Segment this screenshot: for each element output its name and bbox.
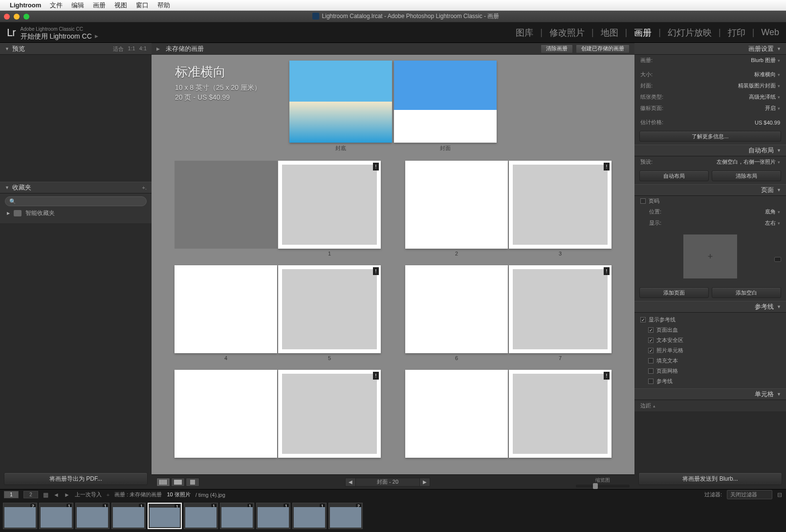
filmstrip-thumb[interactable]: 1 [184,503,218,529]
filmstrip-thumb[interactable]: 1 [148,503,182,529]
cell-panel-header[interactable]: 单元格 ▼ [634,388,786,400]
page-4[interactable] [175,265,277,353]
module-library[interactable]: 图库 [516,27,533,39]
page-11[interactable]: ! [509,370,611,458]
page-1[interactable]: ! [278,161,381,249]
filmstrip-thumb[interactable]: 2 [328,503,363,529]
module-develop[interactable]: 修改照片 [549,27,585,39]
clear-book-button[interactable]: 清除画册 [541,44,573,53]
module-slideshow[interactable]: 幻灯片放映 [668,27,712,39]
position-value[interactable]: 底角 [765,208,776,215]
guides-panel-header[interactable]: 参考线 ▼ [634,301,786,313]
preset-value[interactable]: 左侧空白，右侧一张照片 [717,158,776,166]
clear-layout-button[interactable]: 清除布局 [712,170,781,181]
export-pdf-button[interactable]: 将画册导出为 PDF... [4,472,148,485]
module-book[interactable]: 画册 [634,27,652,39]
next-icon[interactable]: ► [64,491,70,498]
page-9[interactable]: ! [278,370,381,458]
slider-knob-icon[interactable] [593,483,598,489]
page-number-checkbox[interactable] [640,198,646,204]
smart-collection-row[interactable]: ▶ 智能收藏夹 [5,206,147,220]
page-3[interactable]: ! [509,161,611,249]
size-value[interactable]: 标准横向 [754,71,776,78]
menu-edit[interactable]: 编辑 [71,1,84,10]
close-icon[interactable] [4,14,10,20]
menu-file[interactable]: 文件 [50,1,63,10]
display-2-tab[interactable]: 2 [23,491,38,498]
module-map[interactable]: 地图 [601,27,618,39]
zoom-icon[interactable] [23,14,29,20]
search-input[interactable]: 🔍 搜索 [5,196,147,206]
back-cover-page[interactable] [289,61,392,143]
auto-layout-header[interactable]: 自动布局 ▼ [634,145,786,156]
favorites-panel-header[interactable]: ▼ 收藏夹 +. [0,182,152,193]
module-print[interactable]: 打印 [728,27,745,39]
filmstrip-thumb[interactable]: 1 [39,503,73,529]
identity-plate[interactable]: Adobe Lightroom Classic CC 开始使用 Lightroo… [21,26,98,40]
prev-page-button[interactable]: ◀ [345,478,356,487]
layout-popup-icon[interactable] [774,257,781,262]
learn-more-button[interactable]: 了解更多信息... [639,131,781,142]
next-page-button[interactable]: ▶ [419,478,430,487]
show-guides-checkbox[interactable]: ✓ [640,317,646,322]
book-workspace[interactable]: 标准横向 10 x 8 英寸（25 x 20 厘米） 20 页 - US $40… [152,55,634,474]
ratio-4-1[interactable]: 4:1 [139,45,147,53]
preview-panel-header[interactable]: ▼ 预览 适合 1:1 4:1 [0,43,152,55]
display-value[interactable]: 左右 [765,219,776,227]
guide-lines-checkbox[interactable] [648,379,654,384]
auto-layout-button[interactable]: 自动布局 [639,170,709,181]
page-indicator[interactable]: 封面 - 20 [356,478,419,487]
filmstrip-thumb[interactable]: 1 [256,503,290,529]
filmstrip-thumb[interactable]: 2 [3,503,37,529]
logo-value[interactable]: 开启 [765,105,776,112]
ratio-1-1[interactable]: 1:1 [128,45,135,53]
menu-view[interactable]: 视图 [114,1,127,10]
book-value[interactable]: Blurb 图册 [751,57,776,64]
filmstrip-thumb[interactable]: 1 [292,503,327,529]
page-10[interactable] [405,370,508,458]
page-5[interactable]: ! [278,265,381,353]
front-cover-page[interactable] [394,61,497,143]
prev-icon[interactable]: ◄ [53,491,59,498]
fill-text-checkbox[interactable] [648,358,654,363]
minimize-icon[interactable] [14,14,20,20]
book-settings-header[interactable]: 画册设置 ▼ [634,43,786,55]
photo-cells-checkbox[interactable]: ✓ [648,348,654,353]
grid-icon[interactable]: ▦ [43,491,48,498]
thumbnail-size-slider[interactable] [576,485,630,488]
filmstrip-thumb[interactable]: 1 [75,503,109,529]
display-1-tab[interactable]: 1 [4,491,19,498]
menu-book[interactable]: 画册 [93,1,106,10]
safe-area-checkbox[interactable]: ✓ [648,338,654,343]
multi-page-view-button[interactable] [156,478,170,487]
cover-value[interactable]: 精装版图片封面 [738,82,776,89]
menu-window[interactable]: 窗口 [136,1,149,10]
send-to-blurb-button[interactable]: 将画册发送到 Blurb... [638,472,782,485]
inside-front-blank[interactable] [175,161,277,249]
page-layout-preview[interactable]: + [683,234,737,278]
page-2[interactable] [405,161,508,249]
page-7[interactable]: ! [509,265,611,353]
create-saved-book-button[interactable]: 创建已存储的画册 [576,44,630,53]
single-page-view-button[interactable] [186,478,199,487]
paper-value[interactable]: 高级光泽纸 [749,93,776,101]
add-favorite-icon[interactable]: +. [142,185,147,191]
menu-app[interactable]: Lightroom [10,1,41,9]
page-grid-checkbox[interactable] [648,368,654,374]
breadcrumb-book[interactable]: 画册 : 未存储的画册 [114,491,162,498]
filmstrip-thumb[interactable]: 1 [111,503,146,529]
breadcrumb-prev-import[interactable]: 上一次导入 [75,491,102,498]
filter-lock-icon[interactable]: ⊟ [777,491,782,498]
page-panel-header[interactable]: 页面 ▼ [634,184,786,196]
page-6[interactable] [405,265,508,353]
spread-view-button[interactable] [171,478,185,487]
add-page-button[interactable]: 添加页面 [639,287,709,298]
filmstrip-thumb[interactable]: 1 [220,503,254,529]
module-web[interactable]: Web [761,27,779,38]
menu-help[interactable]: 帮助 [157,1,170,10]
filmstrip[interactable]: 2 1 1 1 1 1 1 1 1 2 [0,500,786,532]
add-blank-button[interactable]: 添加空白 [712,287,781,298]
bleed-checkbox[interactable]: ✓ [648,327,654,333]
fit-label[interactable]: 适合 [113,45,124,53]
navigator-preview[interactable] [0,55,152,182]
